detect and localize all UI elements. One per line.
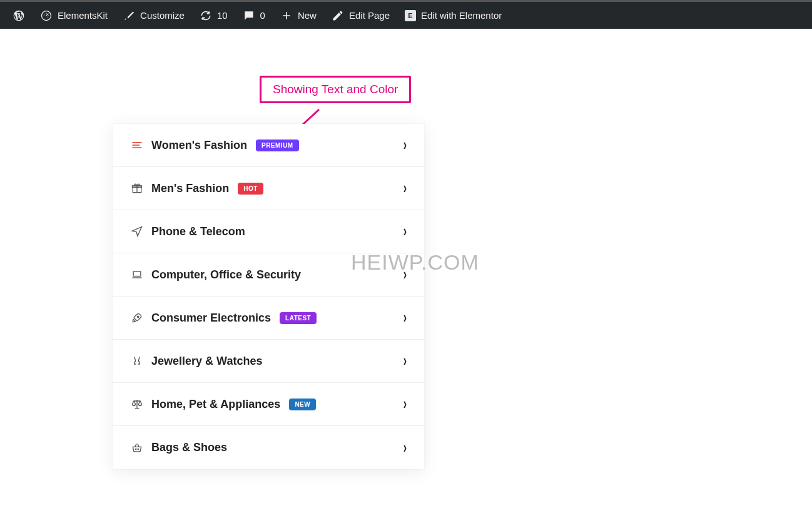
chevron-right-icon: › (403, 180, 407, 198)
category-item[interactable]: Consumer ElectronicsLATEST› (113, 297, 424, 340)
category-badge: LATEST (280, 312, 317, 324)
wp-logo[interactable] (5, 2, 33, 29)
category-item[interactable]: Computer, Office & Security› (113, 253, 424, 297)
edit-page-label: Edit Page (349, 10, 390, 21)
gauge-icon (40, 9, 53, 22)
category-item[interactable]: Home, Pet & AppliancesNEW› (113, 383, 424, 426)
svg-point-9 (137, 316, 139, 318)
edit-page-link[interactable]: Edit Page (324, 2, 397, 29)
annotation-callout: Showing Text and Color (260, 76, 411, 103)
category-list: Women's FashionPREMIUM›Men's FashionHOT›… (113, 124, 424, 469)
category-label: Bags & Shoes (151, 441, 227, 454)
updates-count: 10 (217, 10, 228, 21)
laptop-icon (130, 268, 144, 282)
category-label: Men's Fashion (151, 182, 229, 195)
comments-link[interactable]: 0 (235, 2, 273, 29)
cheers-icon (130, 354, 144, 368)
category-badge: HOT (238, 183, 263, 195)
new-label: New (298, 10, 317, 21)
chevron-right-icon: › (403, 223, 407, 241)
paper-plane-icon (130, 225, 144, 238)
elementor-icon: E (405, 10, 416, 21)
gift-icon (130, 181, 144, 195)
category-label: Home, Pet & Appliances (151, 398, 280, 411)
svg-rect-8 (133, 272, 141, 277)
edit-elementor-label: Edit with Elementor (421, 10, 502, 21)
edit-elementor-link[interactable]: E Edit with Elementor (397, 2, 509, 29)
chevron-right-icon: › (403, 352, 407, 370)
menu-lines-icon (130, 138, 144, 152)
brush-icon (123, 9, 135, 22)
category-badge: NEW (289, 399, 316, 410)
category-label: Jewellery & Watches (151, 355, 262, 368)
scale-icon (130, 397, 144, 411)
pencil-icon (332, 9, 344, 22)
category-item[interactable]: Bags & Shoes› (113, 426, 424, 469)
comment-icon (243, 9, 255, 22)
updates-link[interactable]: 10 (192, 2, 235, 29)
category-badge: PREMIUM (256, 140, 299, 151)
rocket-icon (130, 311, 144, 325)
chevron-right-icon: › (403, 439, 407, 457)
category-label: Phone & Telecom (151, 225, 245, 238)
customize-label: Customize (140, 10, 185, 21)
plus-icon (280, 9, 293, 22)
basket-icon (130, 441, 144, 455)
wordpress-icon (13, 9, 25, 22)
category-label: Women's Fashion (151, 139, 247, 152)
refresh-icon (200, 9, 212, 22)
category-item[interactable]: Men's FashionHOT› (113, 167, 424, 210)
new-link[interactable]: New (273, 2, 324, 29)
chevron-right-icon: › (403, 395, 407, 414)
annotation-label: Showing Text and Color (273, 83, 398, 96)
category-item[interactable]: Women's FashionPREMIUM› (113, 124, 424, 167)
wp-admin-bar: ElementsKit Customize 10 0 New Edit Page… (0, 2, 812, 29)
chevron-right-icon: › (403, 136, 407, 155)
chevron-right-icon: › (403, 309, 407, 327)
customize-link[interactable]: Customize (115, 2, 192, 29)
category-item[interactable]: Jewellery & Watches› (113, 340, 424, 383)
elementskit-label: ElementsKit (58, 10, 108, 21)
elementskit-link[interactable]: ElementsKit (33, 2, 115, 29)
chevron-right-icon: › (403, 266, 407, 284)
category-label: Consumer Electronics (151, 312, 271, 325)
category-label: Computer, Office & Security (151, 268, 301, 282)
comments-count: 0 (260, 10, 265, 21)
category-item[interactable]: Phone & Telecom› (113, 210, 424, 253)
